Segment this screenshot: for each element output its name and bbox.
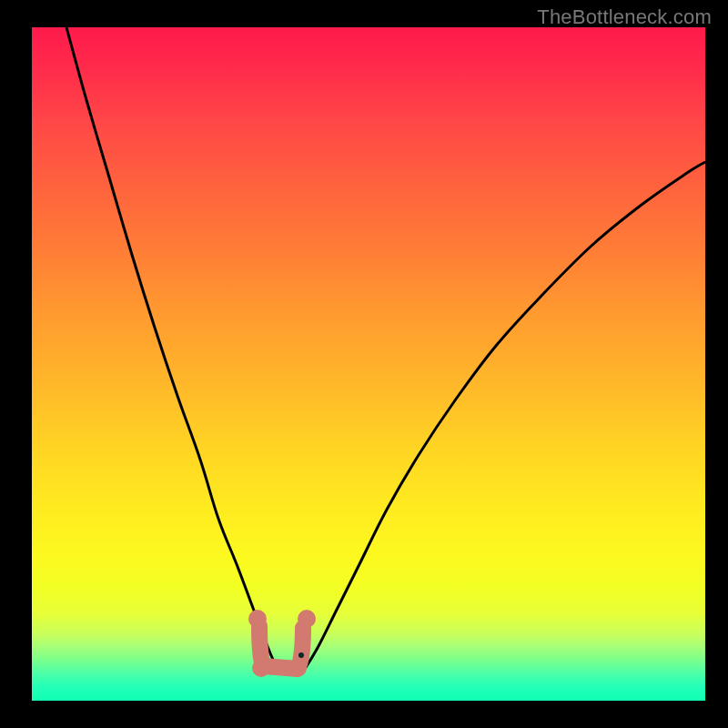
right-curve xyxy=(305,162,705,669)
left-curve xyxy=(66,27,279,673)
chart-svg xyxy=(32,27,705,701)
tiny-dot xyxy=(298,652,304,658)
marker-se xyxy=(288,659,307,677)
marker-nw xyxy=(248,610,267,628)
plot-area xyxy=(32,27,705,701)
chart-frame: TheBottleneck.com xyxy=(0,0,728,728)
marker-sw xyxy=(252,659,270,677)
watermark-text: TheBottleneck.com xyxy=(537,5,712,29)
marker-ne xyxy=(298,610,316,628)
